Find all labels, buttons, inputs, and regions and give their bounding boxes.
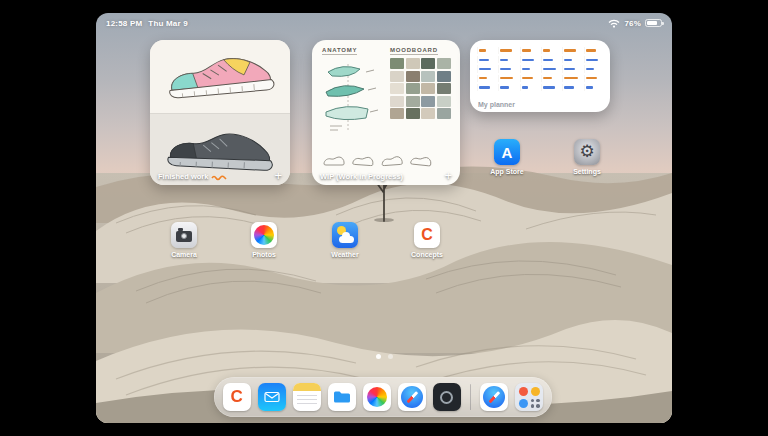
moodboard-heading: MOODBOARD (390, 47, 438, 55)
anatomy-heading: ANATOMY (322, 47, 357, 55)
concepts-glyph: C (421, 226, 433, 244)
planner-cell (498, 47, 517, 54)
moodboard-photo (406, 83, 420, 94)
widget-planner-label: My planner (478, 101, 515, 108)
mini-shoe-sketches (322, 154, 433, 167)
dock-files-icon[interactable] (328, 383, 356, 411)
planner-cell (498, 65, 517, 72)
widget-wip-label: WIP (Work in Progress) (320, 172, 403, 181)
planner-cell (562, 56, 581, 63)
flower-glyph (254, 225, 274, 245)
moodboard-photo (406, 108, 420, 119)
photos-label: Photos (232, 251, 296, 258)
page-dot-active[interactable] (376, 354, 381, 359)
status-date: Thu Mar 9 (148, 19, 188, 28)
moodboard-grid (390, 58, 452, 119)
planner-cell (541, 47, 560, 54)
dock-notes-icon[interactable] (293, 383, 321, 411)
planner-cell (477, 47, 496, 54)
planner-cell (584, 47, 603, 54)
app-store-icon: A (494, 139, 520, 165)
dock-recent-safari-icon[interactable] (480, 383, 508, 411)
moodboard-photo (421, 96, 435, 107)
widget-wip-add-button[interactable]: + (444, 168, 452, 183)
moodboard-photo (390, 58, 404, 69)
planner-cell (562, 65, 581, 72)
ipad-screen: 12:58 PM Thu Mar 9 76% (96, 13, 672, 423)
planner-cell (520, 75, 539, 82)
status-bar: 12:58 PM Thu Mar 9 76% (96, 16, 672, 30)
color-sneaker-sketch (161, 50, 279, 102)
wifi-icon (608, 19, 620, 28)
cloud-glyph (339, 236, 354, 243)
planner-cell (541, 56, 560, 63)
planner-cell (584, 56, 603, 63)
camera-glyph (176, 231, 192, 242)
notes-yellow-band (293, 383, 321, 391)
mini-shoe-icon (322, 154, 346, 167)
app-camera[interactable]: Camera (152, 222, 216, 258)
moodboard-photo (421, 58, 435, 69)
dock-divider (470, 384, 472, 410)
concepts-icon: C (414, 222, 440, 248)
app-library-mini-grid (531, 399, 540, 408)
app-weather[interactable]: Weather (313, 222, 377, 258)
planner-cell (584, 65, 603, 72)
mini-shoe-icon (380, 153, 405, 168)
battery-icon (645, 19, 662, 27)
camera-icon (171, 222, 197, 248)
dock-safari-icon[interactable] (398, 383, 426, 411)
moodboard-photo (437, 83, 451, 94)
widget-finished-add-button[interactable]: + (274, 168, 282, 183)
moodboard-photo (406, 58, 420, 69)
planner-cell (520, 84, 539, 91)
widget-wip-label-text: WIP (Work in Progress) (320, 172, 403, 181)
gear-glyph: ⚙ (579, 139, 594, 165)
planner-cell (477, 75, 496, 82)
page-indicator[interactable] (96, 354, 672, 359)
planner-cell (498, 84, 517, 91)
page-dot[interactable] (388, 354, 393, 359)
dock-photos-icon[interactable] (363, 383, 391, 411)
notes-lines (297, 395, 317, 406)
planner-cell (584, 75, 603, 82)
moodboard-photo (437, 71, 451, 82)
mini-shoe-icon (351, 153, 376, 168)
moodboard-photo (437, 58, 451, 69)
dock-mail-icon[interactable] (258, 383, 286, 411)
app-app-store[interactable]: A App Store (475, 139, 539, 175)
planner-cell (562, 75, 581, 82)
app-concepts[interactable]: C Concepts (395, 222, 459, 258)
planner-cell (498, 75, 517, 82)
concepts-glyph: C (231, 387, 243, 407)
widget-wip[interactable]: ANATOMY MOODBOARD WIP (Work in Progress)… (312, 40, 460, 185)
status-time: 12:58 PM (106, 19, 142, 28)
settings-label: Settings (555, 168, 619, 175)
compass-icon (483, 386, 505, 408)
planner-cell (520, 56, 539, 63)
moodboard-photo (406, 71, 420, 82)
moodboard-photo (390, 71, 404, 82)
planner-cell (541, 65, 560, 72)
widget-finished-label-text: Finished work (158, 172, 208, 181)
planner-cell (520, 65, 539, 72)
settings-gear-icon: ⚙ (574, 139, 600, 165)
gray-sneaker-sketch (161, 124, 279, 176)
app-library-grid-icon (519, 387, 540, 408)
dock-app-library-icon[interactable] (515, 383, 543, 411)
moodboard-photo (421, 83, 435, 94)
app-store-label: App Store (475, 168, 539, 175)
widget-finished-label: Finished work (158, 172, 227, 181)
planner-cell (520, 47, 539, 54)
camera-label: Camera (152, 251, 216, 258)
moodboard-photo (421, 71, 435, 82)
dock-concepts-icon[interactable]: C (223, 383, 251, 411)
widget-planner[interactable]: My planner (470, 40, 610, 112)
dock-camera-lens-app-icon[interactable] (433, 383, 461, 411)
moodboard-photo (390, 83, 404, 94)
app-photos[interactable]: Photos (232, 222, 296, 258)
lens-ring-icon (440, 391, 453, 404)
widget-finished-work[interactable]: Finished work + (150, 40, 290, 185)
compass-needle (489, 391, 500, 403)
app-settings[interactable]: ⚙ Settings (555, 139, 619, 175)
